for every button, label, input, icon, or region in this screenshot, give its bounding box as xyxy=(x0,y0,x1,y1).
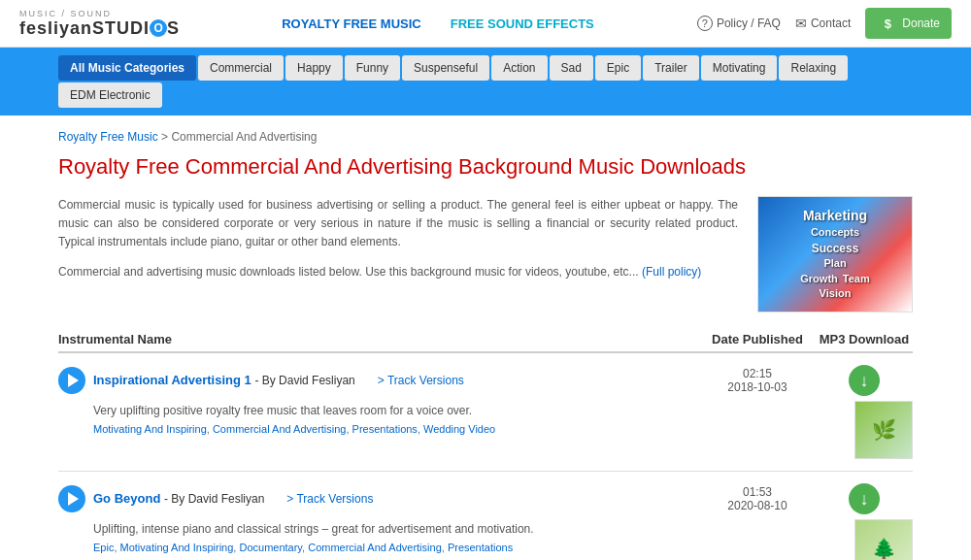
play-button[interactable] xyxy=(58,485,85,512)
tag-motivating[interactable]: Motivating And Inspiring xyxy=(120,542,234,553)
category-nav-inner: All Music Categories Commercial Happy Fu… xyxy=(0,48,971,115)
category-suspenseful-button[interactable]: Suspenseful xyxy=(402,55,489,81)
track-info: Go Beyond - By David Fesliyan > Track Ve… xyxy=(58,485,699,512)
breadcrumb: Royalty Free Music > Commercial And Adve… xyxy=(58,130,913,144)
tag-epic[interactable]: Epic xyxy=(93,542,114,553)
track-table-header: Instrumental Name Date Published MP3 Dow… xyxy=(58,332,913,353)
track-duration: 02:15 xyxy=(699,367,816,380)
header: MUSIC / SOUND fesliyan STUDI O S ROYALTY… xyxy=(0,0,971,48)
tag-commercial[interactable]: Commercial And Advertising xyxy=(308,542,442,553)
main-content: Royalty Free Music > Commercial And Adve… xyxy=(0,115,971,560)
question-icon: ? xyxy=(697,16,713,31)
donate-button[interactable]: $ Donate xyxy=(865,8,952,39)
logo[interactable]: fesliyan STUDI O S xyxy=(19,18,179,39)
track-row-body: Very uplifting positive royalty free mus… xyxy=(58,396,913,459)
category-edm-button[interactable]: EDM Electronic xyxy=(58,82,162,108)
header-nav: ROYALTY FREE MUSIC FREE SOUND EFFECTS xyxy=(282,16,594,31)
track-description-area: Uplifting, intense piano and classical s… xyxy=(58,514,845,560)
track-duration: 01:53 xyxy=(699,485,816,499)
policy-faq-link[interactable]: ? Policy / FAQ xyxy=(697,16,781,31)
logo-tagline: MUSIC / SOUND xyxy=(19,9,112,18)
track-row: Go Beyond - By David Fesliyan > Track Ve… xyxy=(58,472,913,560)
content-description: Commercial music is typically used for b… xyxy=(58,196,738,313)
category-epic-button[interactable]: Epic xyxy=(595,55,641,81)
track-download xyxy=(816,365,913,396)
track-row-top: Go Beyond - By David Fesliyan > Track Ve… xyxy=(58,483,913,514)
tag-motivating[interactable]: Motivating And Inspiring xyxy=(93,423,207,435)
policy-label: Policy / FAQ xyxy=(717,16,781,30)
track-tags: Motivating And Inspiring, Commercial And… xyxy=(93,423,845,435)
track-name: Inspirational Advertising 1 xyxy=(93,373,251,387)
track-download xyxy=(816,483,913,514)
download-button[interactable] xyxy=(849,365,880,396)
track-row-top: Inspirational Advertising 1 - By David F… xyxy=(58,365,913,396)
track-by: - By David Fesliyan xyxy=(164,492,264,506)
logo-o-icon: O xyxy=(150,19,167,37)
track-meta: 01:53 2020-08-10 xyxy=(699,485,816,512)
track-meta: 02:15 2018-10-03 xyxy=(699,367,816,394)
envelope-icon: ✉ xyxy=(795,16,807,31)
category-sad-button[interactable]: Sad xyxy=(550,55,593,81)
logo-area: MUSIC / SOUND fesliyan STUDI O S xyxy=(19,9,179,39)
category-action-button[interactable]: Action xyxy=(491,55,547,81)
logo-text-before: fesliyan xyxy=(19,18,92,39)
column-header-date: Date Published xyxy=(699,332,816,346)
category-happy-button[interactable]: Happy xyxy=(285,55,343,81)
track-name: Go Beyond xyxy=(93,491,160,506)
header-actions: ? Policy / FAQ ✉ Contact $ Donate xyxy=(697,8,952,39)
track-title: Go Beyond - By David Fesliyan xyxy=(93,491,264,506)
thumb-image: 🌲 xyxy=(854,519,913,560)
column-header-name: Instrumental Name xyxy=(58,332,699,346)
column-header-mp3: MP3 Download xyxy=(816,332,913,346)
track-row: Inspirational Advertising 1 - By David F… xyxy=(58,353,913,472)
contact-link[interactable]: ✉ Contact xyxy=(795,16,851,31)
tag-presentations[interactable]: Presentations xyxy=(448,542,513,553)
description-paragraph-2: Commercial and advertising music downloa… xyxy=(58,263,738,281)
category-motivating-button[interactable]: Motivating xyxy=(701,55,778,81)
track-versions-link[interactable]: > Track Versions xyxy=(378,374,464,387)
category-nav: All Music Categories Commercial Happy Fu… xyxy=(0,48,971,115)
breadcrumb-current: Commercial And Advertising xyxy=(171,130,317,144)
tag-commercial[interactable]: Commercial And Advertising xyxy=(213,423,347,435)
page-title: Royalty Free Commercial And Advertising … xyxy=(58,153,913,181)
content-area: Commercial music is typically used for b… xyxy=(58,196,913,313)
category-funny-button[interactable]: Funny xyxy=(345,55,400,81)
royalty-free-music-link[interactable]: ROYALTY FREE MUSIC xyxy=(282,16,421,31)
category-trailer-button[interactable]: Trailer xyxy=(643,55,699,81)
breadcrumb-home-link[interactable]: Royalty Free Music xyxy=(58,130,158,144)
track-description: Uplifting, intense piano and classical s… xyxy=(93,520,845,538)
track-thumbnail: 🌿 xyxy=(854,401,913,459)
category-relaxing-button[interactable]: Relaxing xyxy=(779,55,848,81)
hero-image: Marketing Concepts Success Plan GrowthTe… xyxy=(757,196,913,313)
tag-wedding[interactable]: Wedding Video xyxy=(423,423,495,435)
play-button[interactable] xyxy=(58,367,85,394)
track-by: - By David Fesliyan xyxy=(254,374,354,387)
breadcrumb-separator: > xyxy=(161,130,171,144)
track-row-body: Uplifting, intense piano and classical s… xyxy=(58,514,913,560)
track-date: 2018-10-03 xyxy=(699,380,816,394)
description-paragraph-1: Commercial music is typically used for b… xyxy=(58,196,738,252)
track-thumbnail: 🌲 xyxy=(854,519,913,560)
logo-studios: STUDI xyxy=(92,18,150,39)
track-description: Very uplifting positive royalty free mus… xyxy=(93,402,845,419)
donate-label: Donate xyxy=(902,16,940,30)
logo-s: S xyxy=(167,18,179,39)
hero-image-text: Marketing Concepts Success Plan GrowthTe… xyxy=(795,202,874,307)
thumb-image: 🌿 xyxy=(854,401,913,459)
download-button[interactable] xyxy=(849,483,880,514)
description-text-2: Commercial and advertising music downloa… xyxy=(58,265,639,279)
free-sound-effects-link[interactable]: FREE SOUND EFFECTS xyxy=(451,16,594,31)
tag-documentary[interactable]: Documentary xyxy=(239,542,302,553)
category-commercial-button[interactable]: Commercial xyxy=(198,55,284,81)
category-all-button[interactable]: All Music Categories xyxy=(58,55,196,81)
track-info: Inspirational Advertising 1 - By David F… xyxy=(58,367,699,394)
dollar-icon: $ xyxy=(877,13,898,34)
track-title: Inspirational Advertising 1 - By David F… xyxy=(93,373,355,387)
tag-presentations[interactable]: Presentations xyxy=(352,423,418,435)
track-date: 2020-08-10 xyxy=(699,499,816,512)
track-tags: Epic, Motivating And Inspiring, Document… xyxy=(93,542,845,553)
track-description-area: Very uplifting positive royalty free mus… xyxy=(58,396,845,459)
full-policy-link[interactable]: (Full policy) xyxy=(642,265,701,279)
contact-label: Contact xyxy=(811,16,851,30)
track-versions-link[interactable]: > Track Versions xyxy=(286,492,373,506)
